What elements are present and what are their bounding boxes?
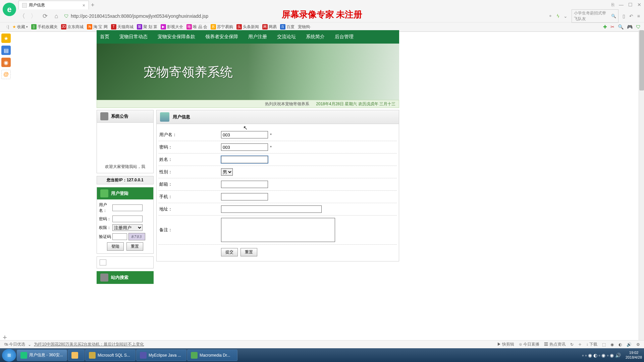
banner: 宠物寄领养系统 [97,44,399,100]
status-dl[interactable]: ↓ 下载 [586,342,597,347]
scroll-thumb[interactable] [639,30,644,90]
tool-3[interactable]: 🔍 [618,24,624,29]
status-clip[interactable]: ▶ 快剪辑 [497,342,514,347]
bm-jd[interactable]: JD京东商城 [61,24,84,30]
browser-tab[interactable]: 用户信息 × [18,1,89,9]
password-input[interactable] [221,143,268,151]
status-today[interactable]: 🛍 今日优选 [4,342,25,347]
status-i4[interactable]: ◉ [610,342,614,347]
tray-clock[interactable]: 19:02 2018/4/28 [626,351,642,359]
submit-button[interactable]: 提交 [221,248,238,256]
status-live[interactable]: ⊙ 今日直播 [519,342,539,347]
name-label: 姓名： [159,157,221,163]
login-user-input[interactable] [112,204,143,211]
address-input[interactable] [221,205,322,213]
status-news[interactable]: 为歼10中国花280万美元买2台发动机：最后计划却赶不上变化 [34,342,144,347]
maximize-icon[interactable]: ☐ [628,2,633,7]
forward-button[interactable]: 〉 [30,12,37,20]
username-input[interactable] [221,131,268,138]
nav-about[interactable]: 系统简介 [306,34,325,40]
search-text: 小学生奇葩招式带飞队友 [574,10,610,22]
bm-baidu[interactable]: 百百度 [280,24,294,30]
status-i7[interactable]: ⚙ [636,342,640,347]
bm-pet[interactable]: 宠物狗· [298,24,311,30]
task-explorer[interactable] [68,350,85,361]
login-title: 用户登陆 [111,190,128,196]
bm-video[interactable]: ▶影视大全 [161,24,183,30]
menu-icon[interactable]: ≡ [637,13,640,19]
banner-title: 宠物寄领养系统 [144,64,233,81]
status-i2[interactable]: ✧ [578,342,582,347]
task-browser[interactable]: 用户信息 - 360安... [17,350,67,361]
captcha-image[interactable]: 8703 [128,233,145,240]
nav-daily[interactable]: 宠物日常动态 [119,34,148,40]
bm-suning[interactable]: 苏苏宁易购 [211,24,233,30]
password-label: 密码： [159,144,221,150]
nav-forum[interactable]: 交流论坛 [277,34,296,40]
minimize-icon[interactable]: — [619,2,624,7]
bm-ju[interactable]: 聚聚 划 算 [137,24,158,30]
phone-input[interactable] [221,193,268,200]
extra-input[interactable] [100,259,106,265]
nav-admin[interactable]: 后台管理 [335,34,354,40]
task-sql[interactable]: Microsoft SQL S... [85,350,136,361]
tool-5[interactable]: 🛡 [636,24,641,29]
login-captcha-input[interactable] [112,233,127,240]
status-hot[interactable]: ☰ 热点资讯 [544,342,565,347]
login-pwd-input[interactable] [112,216,143,222]
undo-icon[interactable]: ↶ [629,13,633,19]
gender-select[interactable]: 男 [221,168,233,176]
tab-close-icon[interactable]: × [83,3,85,8]
bm-163[interactable]: 网网易 [262,24,277,30]
bm-taobao[interactable]: 淘淘 宝 网 [87,24,108,30]
tool-1[interactable]: ✚ [603,24,607,29]
flash-icon[interactable]: ϟ [556,13,559,19]
bm-back[interactable]: 〈| [4,24,9,30]
email-input[interactable] [221,181,268,188]
status-i6[interactable]: 🔊 [627,342,632,347]
scrollbar[interactable] [639,30,644,340]
rail-weibo-icon[interactable]: ◉ [1,58,11,67]
search-icon[interactable]: 🔍 [611,14,616,18]
login-role-select[interactable]: 注册用户 [112,224,143,231]
remark-textarea[interactable] [221,218,335,242]
bm-toutiao[interactable]: 头头条新闻 [236,24,259,30]
login-reset-button[interactable]: 重置 [126,242,143,251]
start-button[interactable]: ⊞ [2,349,16,362]
status-i5[interactable]: ◐ [619,342,622,347]
rail-star-icon[interactable]: ★ [1,34,11,43]
close-icon[interactable]: ✕ [637,2,641,7]
status-i1[interactable]: ↻ [570,342,574,347]
wc-1[interactable]: ⎘ [611,2,614,7]
rail-doc-icon[interactable]: ▤ [1,46,11,55]
tool-2[interactable]: ✂ [610,24,614,29]
back-button[interactable]: 〈 [18,12,26,20]
browser-logo: e [3,3,16,16]
nav-safety[interactable]: 宠物安全保障条款 [158,34,195,40]
reload-button[interactable]: ⟳ [41,12,49,20]
tool-4[interactable]: 🎮 [627,24,633,29]
nav-register[interactable]: 用户注册 [248,34,267,40]
reset-button[interactable]: 重置 [240,248,257,256]
home-button[interactable]: ⌂ [53,13,60,20]
bm-vip[interactable]: 唯唯 品 会 [186,24,207,30]
status-i3[interactable]: ⬚ [602,342,606,347]
dropdown-icon[interactable]: ⌄ [564,13,568,19]
task-dreamweaver[interactable]: Macromedia Dr... [187,350,237,361]
task-eclipse[interactable]: MyEclipse Java ... [136,350,186,361]
mobile-icon[interactable]: ▯ [623,13,625,19]
name-input[interactable] [221,156,268,163]
login-submit-button[interactable]: 登陆 [107,242,124,251]
share-icon[interactable]: ⚬ [548,13,552,19]
tab-title: 用户信息 [29,2,45,8]
favorites-button[interactable]: ★收藏▾ [12,24,28,30]
tray-icons[interactable]: ▫ ▫ ◉ ◐ ▫ ◉ ▫ ◉ 🔊 [582,353,621,358]
rail-at-icon[interactable]: @ [1,70,11,79]
nav-adopter[interactable]: 领养者安全保障 [205,34,238,40]
bm-mobile[interactable]: ▯手机收藏夹 [31,24,58,30]
bm-tmall[interactable]: T天猫商城 [111,24,133,30]
nav-home[interactable]: 首页 [100,34,109,40]
new-tab-button[interactable]: + [91,2,95,9]
search-box[interactable]: 小学生奇葩招式带飞队友 🔍 [572,9,619,23]
status-dropdown[interactable]: ⌄ [28,342,31,347]
